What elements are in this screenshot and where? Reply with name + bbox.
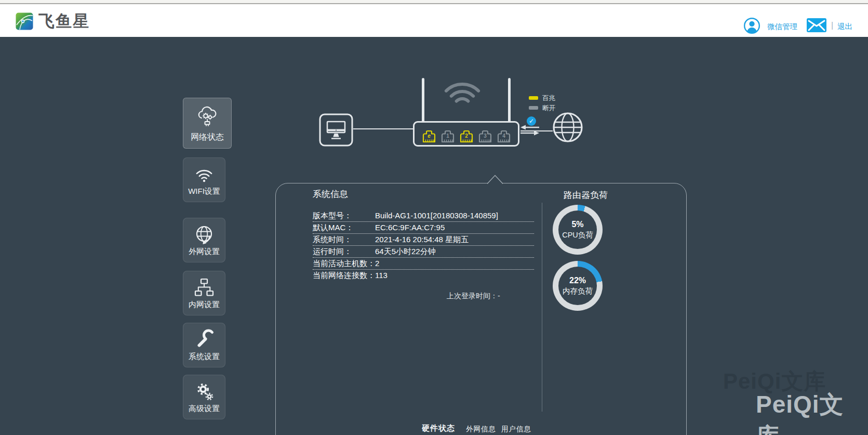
info-label: 默认MAC： <box>313 222 375 233</box>
svg-text:2: 2 <box>465 133 468 139</box>
svg-text:4: 4 <box>502 133 505 139</box>
memory-load-label: 内存负荷 <box>563 286 593 296</box>
logout-link[interactable]: 退出 <box>837 22 852 32</box>
memory-load-percent: 22% <box>569 276 586 285</box>
sidebar-item-label: 网络状态 <box>191 132 224 143</box>
lan-port-2-icon[interactable]: 2 <box>460 130 473 142</box>
watermark: PeiQi文库 <box>756 389 868 435</box>
lan-port-e-icon[interactable]: e <box>422 130 436 142</box>
sidebar-item-wifi-settings[interactable]: WIFI设置 <box>183 157 225 202</box>
info-row-system-time: 系统时间： 2021-4-16 20:54:48 星期五 <box>313 234 534 246</box>
info-value: 2 <box>375 258 534 269</box>
info-row-connections: 当前网络连接数： 113 <box>313 270 534 281</box>
tab-user-info[interactable]: 用户信息 <box>501 425 531 434</box>
lan-port-3-icon[interactable]: 3 <box>478 130 492 142</box>
svg-text:e: e <box>428 133 431 139</box>
sidebar-item-label: 外网设置 <box>189 247 220 257</box>
sidebar-item-system-settings[interactable]: 系统设置 <box>183 323 225 367</box>
wechat-manage-link[interactable]: 微信管理 <box>767 22 797 32</box>
info-value: Build-AG1-1001[20180308-140859] <box>375 210 534 221</box>
info-row-mac: 默认MAC： EC:6C:9F:AA:C7:95 <box>313 222 534 234</box>
memory-load-gauge: 22% 内存负荷 <box>553 261 603 311</box>
svg-text:1: 1 <box>446 133 449 139</box>
router-antenna-right <box>508 78 511 123</box>
info-value: 2021-4-16 20:54:48 星期五 <box>375 234 534 245</box>
wire-computer-router <box>353 128 413 129</box>
sidebar-item-label: 高级设置 <box>189 404 220 414</box>
sidebar-item-label: WIFI设置 <box>188 187 220 196</box>
info-label: 运行时间： <box>313 246 375 257</box>
volans-logo-icon <box>16 12 33 30</box>
cpu-load-percent: 5% <box>571 220 583 229</box>
sidebar-item-network-status[interactable]: 网络状态 <box>183 98 232 149</box>
lan-topology-icon <box>193 276 216 299</box>
system-info-title: 系统信息 <box>313 188 348 200</box>
sidebar-item-lan-settings[interactable]: 内网设置 <box>183 271 225 315</box>
panel-divider <box>542 203 542 412</box>
brand-logo-text: 飞鱼星 <box>38 10 90 32</box>
mail-icon[interactable] <box>807 18 826 32</box>
sidebar-item-advanced-settings[interactable]: 高级设置 <box>183 375 225 419</box>
app-header: 飞鱼星 微信管理 | 退出 <box>0 4 868 37</box>
legend-swatch-100m <box>529 96 538 100</box>
sidebar-item-label: 系统设置 <box>189 352 220 362</box>
info-value: 64天5小时22分钟 <box>375 246 534 257</box>
router-device: e 1 2 3 4 <box>413 121 519 147</box>
panel-notch <box>487 175 503 184</box>
legend-label-100m: 百兆 <box>542 94 555 103</box>
brand-logo: 飞鱼星 <box>16 10 90 32</box>
info-label: 当前活动主机数： <box>313 258 375 269</box>
computer-icon <box>319 113 353 147</box>
user-avatar-icon[interactable] <box>744 18 760 34</box>
sidebar-item-wan-settings[interactable]: 外网设置 <box>183 218 225 262</box>
wrench-icon <box>193 328 216 351</box>
last-login-time: 上次登录时间：- <box>447 292 500 301</box>
cpu-gauge-center: 5% CPU负荷 <box>558 210 597 249</box>
wifi-icon <box>193 163 216 185</box>
cpu-load-gauge: 5% CPU负荷 <box>553 205 603 255</box>
gears-icon <box>193 380 216 403</box>
svg-text:3: 3 <box>484 133 487 139</box>
tab-wan-info[interactable]: 外网信息 <box>466 425 496 434</box>
globe-arrow-icon <box>193 223 216 246</box>
info-row-firmware: 版本型号： Build-AG1-1001[20180308-140859] <box>313 210 534 222</box>
router-admin-page: 飞鱼星 微信管理 | 退出 <box>0 0 868 435</box>
router-antenna-left <box>422 78 424 123</box>
sidebar-item-label: 内网设置 <box>189 300 220 310</box>
info-row-uptime: 运行时间： 64天5小时22分钟 <box>313 246 534 258</box>
system-info-table: 版本型号： Build-AG1-1001[20180308-140859] 默认… <box>313 210 534 281</box>
internet-globe-icon <box>552 112 583 143</box>
lan-port-4-icon[interactable]: 4 <box>497 130 511 142</box>
info-row-active-hosts: 当前活动主机数： 2 <box>313 258 534 270</box>
router-load-title: 路由器负荷 <box>564 189 608 201</box>
cloud-gears-icon <box>195 103 219 127</box>
info-value: 113 <box>375 270 534 281</box>
router-wifi-waves-icon <box>431 76 493 109</box>
cpu-load-label: CPU负荷 <box>562 230 593 240</box>
info-label: 当前网络连接数： <box>313 270 375 281</box>
memory-gauge-center: 22% 内存负荷 <box>558 267 597 305</box>
header-separator: | <box>831 21 833 30</box>
info-label: 版本型号： <box>313 210 375 221</box>
transfer-arrows-icon <box>519 125 540 136</box>
tab-hardware-status[interactable]: 硬件状态 <box>422 424 455 433</box>
info-label: 系统时间： <box>313 234 375 245</box>
legend-swatch-disconnected <box>529 106 538 110</box>
info-value: EC:6C:9F:AA:C7:95 <box>375 222 534 233</box>
lan-port-1-icon[interactable]: 1 <box>441 130 455 142</box>
